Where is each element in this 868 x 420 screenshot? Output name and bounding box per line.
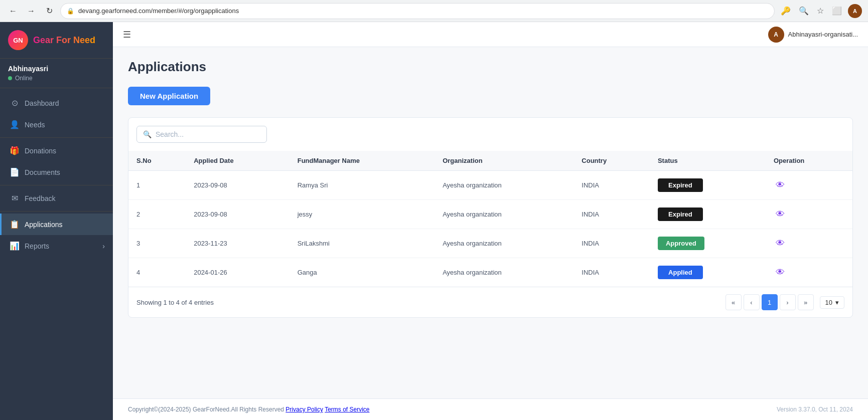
- chrome-user-avatar[interactable]: A: [848, 4, 862, 18]
- documents-icon: 📄: [10, 167, 20, 177]
- nav-separator-needs: [0, 137, 113, 138]
- search-icon: 🔍: [143, 130, 152, 138]
- cell-country: INDIA: [573, 229, 650, 258]
- col-operation: Operation: [766, 151, 852, 171]
- last-page-button[interactable]: »: [798, 294, 814, 310]
- pagination-info: Showing 1 to 4 of 4 entries: [136, 299, 214, 306]
- status-dot: [8, 76, 12, 80]
- new-application-button[interactable]: New Application: [128, 87, 210, 105]
- status-badge: Expired: [658, 207, 703, 221]
- cell-operation: 👁: [766, 171, 852, 200]
- sidebar-item-documents[interactable]: 📄 Documents: [0, 161, 113, 183]
- table-row: 3 2023-11-23 SriLakshmi Ayesha organizat…: [128, 229, 852, 258]
- col-organization: Organization: [435, 151, 573, 171]
- tos-link[interactable]: Terms of Service: [325, 406, 369, 413]
- browser-actions: 🔑 🔍 ☆ ⬜ A: [779, 4, 862, 18]
- view-button[interactable]: 👁: [774, 265, 787, 280]
- page-1-button[interactable]: 1: [762, 294, 778, 310]
- footer: Copyright©(2024-2025) GearForNeed.All Ri…: [113, 398, 868, 420]
- cell-sno: 4: [128, 258, 186, 287]
- app-container: GN Gear For Need Abhinayasri Online ⊙ Da…: [0, 22, 868, 420]
- back-button[interactable]: ←: [6, 4, 20, 18]
- sidebar-user: Abhinayasri Online: [0, 59, 113, 88]
- col-country: Country: [573, 151, 650, 171]
- cell-sno: 1: [128, 171, 186, 200]
- sidebar-label-dashboard: Dashboard: [25, 99, 59, 107]
- copyright-text: Copyright©(2024-2025) GearForNeed.All Ri…: [128, 406, 285, 413]
- url-text: devang.gearforneed.com/member/#/org/orga…: [78, 7, 768, 15]
- footer-version: Version 3.37.0, Oct 11, 2024: [777, 406, 853, 413]
- sidebar-status: Online: [8, 75, 105, 82]
- col-applied-date: Applied Date: [186, 151, 290, 171]
- sidebar-item-feedback[interactable]: ✉ Feedback: [0, 187, 113, 209]
- col-fundmanager-name: FundManager Name: [290, 151, 435, 171]
- sidebar-item-donations[interactable]: 🎁 Donations: [0, 140, 113, 161]
- first-page-button[interactable]: «: [726, 294, 742, 310]
- cell-manager: Ganga: [290, 258, 435, 287]
- cell-status: Expired: [650, 200, 766, 229]
- sidebar-username: Abhinayasri: [8, 65, 105, 73]
- cell-manager: jessy: [290, 200, 435, 229]
- browser-chrome: ← → ↻ 🔒 devang.gearforneed.com/member/#/…: [0, 0, 868, 22]
- table-row: 4 2024-01-26 Ganga Ayesha organization I…: [128, 258, 852, 287]
- cell-status: Applied: [650, 258, 766, 287]
- cell-date: 2024-01-26: [186, 258, 290, 287]
- key-icon[interactable]: 🔑: [779, 4, 793, 18]
- reports-icon: 📊: [10, 241, 20, 251]
- zoom-icon[interactable]: 🔍: [797, 4, 811, 18]
- sidebar-label-reports: Reports: [25, 242, 49, 250]
- sidebar-toggle-icon[interactable]: ⬜: [830, 4, 844, 18]
- cell-org: Ayesha organization: [435, 229, 573, 258]
- sidebar-item-reports[interactable]: 📊 Reports ›: [0, 235, 113, 257]
- sidebar-item-dashboard[interactable]: ⊙ Dashboard: [0, 92, 113, 114]
- header-avatar: A: [768, 27, 784, 43]
- forward-button[interactable]: →: [24, 4, 38, 18]
- cell-operation: 👁: [766, 200, 852, 229]
- view-button[interactable]: 👁: [774, 236, 787, 251]
- hamburger-button[interactable]: ☰: [123, 29, 131, 40]
- cell-manager: SriLakshmi: [290, 229, 435, 258]
- view-button[interactable]: 👁: [774, 207, 787, 222]
- footer-copyright: Copyright©(2024-2025) GearForNeed.All Ri…: [128, 406, 370, 413]
- sidebar-item-applications[interactable]: 📋 Applications: [0, 214, 113, 235]
- sidebar-label-donations: Donations: [25, 147, 56, 155]
- main-content: Applications New Application 🔍 S.: [113, 47, 868, 420]
- col-s.no: S.No: [128, 151, 186, 171]
- sidebar-nav: ⊙ Dashboard 👤 Needs 🎁 Donations 📄 Docume…: [0, 88, 113, 420]
- top-header: ☰ A Abhinayasri-organisati...: [113, 22, 868, 47]
- page-title: Applications: [128, 59, 853, 75]
- cell-operation: 👁: [766, 229, 852, 258]
- cell-sno: 2: [128, 200, 186, 229]
- address-bar[interactable]: 🔒 devang.gearforneed.com/member/#/org/or…: [60, 3, 775, 19]
- cell-status: Approved: [650, 229, 766, 258]
- per-page-chevron: ▾: [835, 299, 839, 306]
- cell-manager: Ramya Sri: [290, 171, 435, 200]
- table-header: S.NoApplied DateFundManager NameOrganiza…: [128, 151, 852, 171]
- cell-operation: 👁: [766, 258, 852, 287]
- privacy-policy-link[interactable]: Privacy Policy: [285, 406, 323, 413]
- logo-text: Gear For Need: [33, 35, 95, 46]
- table-row: 1 2023-09-08 Ramya Sri Ayesha organizati…: [128, 171, 852, 200]
- next-page-button[interactable]: ›: [780, 294, 796, 310]
- needs-icon: 👤: [10, 120, 20, 129]
- view-button[interactable]: 👁: [774, 178, 787, 192]
- star-icon[interactable]: ☆: [815, 4, 826, 18]
- cell-org: Ayesha organization: [435, 171, 573, 200]
- table-body: 1 2023-09-08 Ramya Sri Ayesha organizati…: [128, 171, 852, 287]
- cell-country: INDIA: [573, 171, 650, 200]
- cell-country: INDIA: [573, 258, 650, 287]
- status-badge: Applied: [658, 266, 703, 279]
- reload-button[interactable]: ↻: [42, 4, 56, 18]
- status-label: Online: [15, 75, 33, 82]
- search-input[interactable]: [156, 130, 260, 138]
- cell-date: 2023-09-08: [186, 171, 290, 200]
- pagination-row: Showing 1 to 4 of 4 entries «‹1›» 10 ▾: [128, 287, 852, 317]
- nav-separator-documents: [0, 185, 113, 185]
- sidebar: GN Gear For Need Abhinayasri Online ⊙ Da…: [0, 22, 113, 420]
- cell-country: INDIA: [573, 200, 650, 229]
- prev-page-button[interactable]: ‹: [744, 294, 760, 310]
- sidebar-label-feedback: Feedback: [25, 194, 55, 202]
- per-page-select[interactable]: 10 ▾: [820, 296, 844, 309]
- cell-date: 2023-11-23: [186, 229, 290, 258]
- sidebar-item-needs[interactable]: 👤 Needs: [0, 114, 113, 135]
